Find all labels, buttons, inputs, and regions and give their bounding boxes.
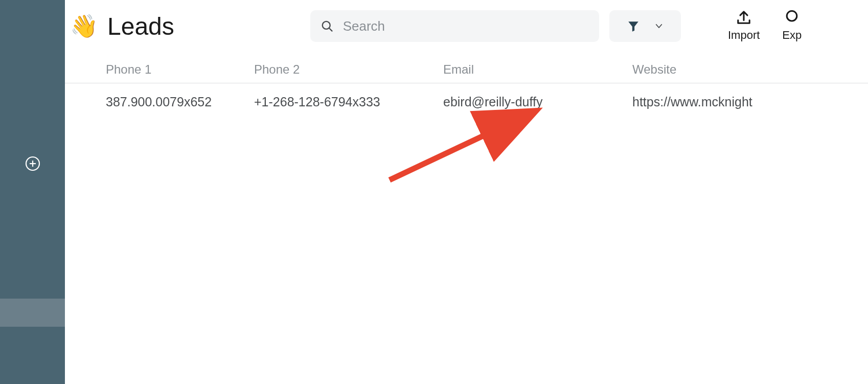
chevron-down-icon <box>654 21 664 31</box>
title-wrap: 👋 Leads <box>70 12 300 40</box>
export-button[interactable]: Exp <box>776 10 808 42</box>
main-content: 👋 Leads Import <box>65 0 868 384</box>
table-row[interactable]: 387.900.0079x652 +1-268-128-6794x333 ebi… <box>65 83 868 121</box>
svg-line-7 <box>390 112 533 180</box>
wave-icon: 👋 <box>70 15 98 37</box>
sidebar-active-item[interactable] <box>0 299 65 327</box>
import-button[interactable]: Import <box>722 10 766 42</box>
leads-table: Phone 1 Phone 2 Email Website 387.900.00… <box>65 52 868 121</box>
export-label: Exp <box>782 29 802 42</box>
svg-point-5 <box>787 11 797 21</box>
add-button[interactable] <box>25 156 40 171</box>
plus-circle-icon <box>25 156 40 171</box>
cell-phone2: +1-268-128-6794x333 <box>254 95 443 109</box>
page-title: Leads <box>107 12 174 40</box>
sidebar <box>0 0 65 384</box>
cell-phone1: 387.900.0079x652 <box>65 95 254 109</box>
cell-website: https://www.mcknight <box>632 95 821 109</box>
table-header-row: Phone 1 Phone 2 Email Website <box>65 52 868 83</box>
search-icon <box>321 19 334 33</box>
import-label: Import <box>728 29 760 42</box>
column-header-phone2[interactable]: Phone 2 <box>254 62 443 77</box>
column-header-email[interactable]: Email <box>443 62 632 77</box>
cell-email: ebird@reilly-duffy <box>443 95 632 109</box>
header: 👋 Leads Import <box>65 0 868 52</box>
upload-icon <box>735 10 752 25</box>
svg-line-4 <box>329 28 332 31</box>
search-container[interactable] <box>310 10 599 42</box>
filter-button[interactable] <box>609 10 681 42</box>
download-icon <box>783 10 801 25</box>
column-header-phone1[interactable]: Phone 1 <box>65 62 254 77</box>
filter-icon <box>627 19 640 33</box>
search-input[interactable] <box>343 18 589 34</box>
column-header-website[interactable]: Website <box>632 62 821 77</box>
